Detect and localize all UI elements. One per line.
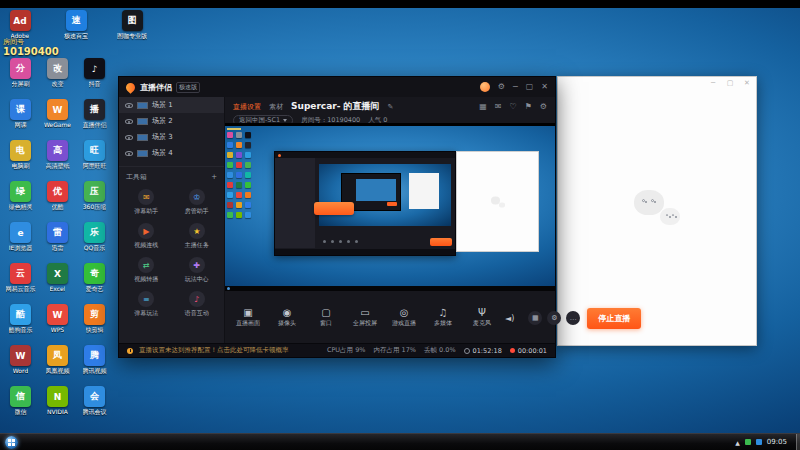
header-action-icon[interactable]: ⚙ [540,102,547,111]
toolbox-tool[interactable]: ✉ 弹幕助手 [121,189,172,216]
live-preview[interactable] [225,123,555,291]
desktop-icon[interactable]: 高 高清壁纸 [40,140,76,181]
quick-round-buttons: ▦⚙… [528,311,580,325]
desktop-icon[interactable]: X Excel [40,263,76,304]
desktop-icon[interactable]: 优 优酷 [40,181,76,222]
window-control-button[interactable]: ▢ [725,79,735,87]
stop-stream-button[interactable]: 停止直播 [587,308,641,329]
desktop-icon-image: e [10,222,31,243]
desktop-icon[interactable]: 腾 腾讯视频 [77,345,113,386]
desktop-icon[interactable]: 信 微信 [3,386,39,427]
quick-round-button[interactable]: … [566,311,580,325]
scene-item[interactable]: 场景 3 [119,129,224,145]
tray-expand-icon[interactable]: ▲ [735,439,740,446]
dropped-frames: 丢帧 0.0% [424,346,456,355]
desktop-icon[interactable]: 凤 凤凰视频 [40,345,76,386]
toolbox-tool[interactable]: ♪ 语音互动 [172,291,223,318]
source-icon: ◎ [400,308,409,318]
toolbox-tool[interactable]: ✚ 玩法中心 [172,257,223,284]
chevron-down-icon [283,119,287,122]
header-tab[interactable]: 素材 [269,102,283,112]
tool-icon: ≡ [138,291,154,307]
desktop-icon[interactable]: 奇 爱奇艺 [77,263,113,304]
preview-desktop-icon [227,152,233,158]
desktop-icon[interactable]: W WPS [40,304,76,345]
quick-round-button[interactable]: ⚙ [547,311,561,325]
tray-app-icon[interactable] [756,439,762,445]
desktop-icon[interactable]: Ad Adobe [2,10,38,41]
desktop-icon[interactable]: 电 电脑刷 [3,140,39,181]
toolbox-tool[interactable]: ≡ 弹幕玩法 [121,291,172,318]
source-button[interactable]: ▢ 窗口 [310,308,342,328]
header-action-icon[interactable]: ✉ [495,102,502,111]
quick-round-button[interactable]: ▦ [528,311,542,325]
desktop-icon[interactable]: 酷 酷狗音乐 [3,304,39,345]
desktop-icon[interactable]: 课 网课 [3,99,39,140]
desktop-icon-label: 迅雷 [52,244,64,253]
toolbox-tool[interactable]: ▶ 视频连线 [121,223,172,250]
status-tip[interactable]: 直播设置未达到推荐配置！点击此处可降低卡顿概率 [139,346,289,355]
desktop-icon[interactable]: 旺 阿里旺旺 [77,140,113,181]
user-avatar[interactable] [480,82,490,92]
header-tab[interactable]: 直播设置 [233,102,261,112]
visibility-eye-icon[interactable] [125,151,133,156]
window-control-button[interactable]: ⚙ [498,83,505,91]
toolbox-tool[interactable]: ♔ 房管助手 [172,189,223,216]
speaker-icon[interactable]: ◄) [505,314,514,323]
desktop-icon[interactable]: 绿 绿色精灵 [3,181,39,222]
visibility-eye-icon[interactable] [125,119,133,124]
desktop-icon[interactable]: 会 腾讯会议 [77,386,113,427]
header-action-icon[interactable]: ♡ [509,102,516,111]
window-control-button[interactable]: ✕ [742,79,752,87]
preview-desktop-icon [245,182,251,188]
window-control-button[interactable]: ─ [708,79,718,87]
toolbox-tool[interactable]: ⇄ 视频转播 [121,257,172,284]
header-action-icon[interactable]: ▦ [479,102,487,111]
start-button[interactable] [5,436,18,449]
window-control-button[interactable]: ─ [513,83,518,91]
desktop-icon[interactable]: 雷 迅雷 [40,222,76,263]
desktop-icon[interactable]: e IE浏览器 [3,222,39,263]
desktop-icon[interactable]: 云 网易云音乐 [3,263,39,304]
visibility-eye-icon[interactable] [125,103,133,108]
preview-desktop-icon [245,212,251,218]
desktop-icon[interactable]: 播 直播伴侣 [77,99,113,140]
desktop-icon[interactable]: 乐 QQ音乐 [77,222,113,263]
clock[interactable]: 09:05 [767,438,787,446]
desktop-icon[interactable]: W Word [3,345,39,386]
preview-desktop-icon [236,152,242,158]
scene-item[interactable]: 场景 4 [119,145,224,161]
source-button[interactable]: ▣ 直播画面 [232,308,264,328]
source-button[interactable]: ◉ 摄像头 [271,308,303,328]
desktop-icon[interactable]: 剪 快剪辑 [77,304,113,345]
tool-icon: ✚ [189,257,205,273]
show-desktop-button[interactable] [796,434,800,450]
preview-taskbar [225,286,555,291]
source-button[interactable]: ♫ 多媒体 [427,308,459,328]
source-button[interactable]: ◎ 游戏直播 [388,308,420,328]
source-button[interactable]: ▭ 全屏投屏 [349,308,381,328]
toolbox-tool[interactable]: ★ 主播任务 [172,223,223,250]
preview-desktop-icon [236,192,242,198]
desktop-icon[interactable]: 图 图咖专业版 [114,10,150,41]
window-control-button[interactable]: ▢ [526,83,534,91]
source-button[interactable]: Ψ 麦克风 [466,308,498,328]
preview-orange-banner [314,202,354,215]
window-control-button[interactable]: ✕ [541,83,548,91]
edit-title-icon[interactable]: ✎ [388,103,394,111]
tray-app-icon[interactable] [745,439,751,445]
header-action-icon[interactable]: ⚑ [525,102,532,111]
desktop-icon[interactable]: 压 360压缩 [77,181,113,222]
desktop-icon[interactable]: 分 分屏刷 [3,58,39,99]
scene-item[interactable]: 场景 1 [119,97,224,113]
scene-item[interactable]: 场景 2 [119,113,224,129]
desktop-icon[interactable]: 改 改变 [40,58,76,99]
visibility-eye-icon[interactable] [125,135,133,140]
desktop-icon[interactable]: N NVIDIA [40,386,76,427]
desktop-icon[interactable]: ♪ 抖音 [77,58,113,99]
desktop-icon[interactable]: W WeGame [40,99,76,140]
wechat-window[interactable]: ─▢✕ [557,76,757,346]
desktop-icon-image: 优 [47,181,68,202]
toolbox-add-button[interactable]: + [211,173,217,181]
desktop-icon[interactable]: 速 极速百宝 [58,10,94,41]
